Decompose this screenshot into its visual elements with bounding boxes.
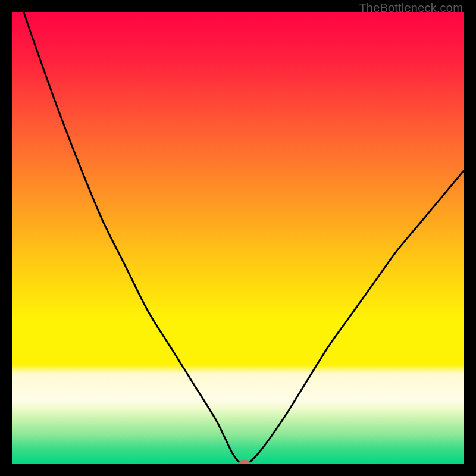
curve-layer: [12, 12, 464, 464]
minimum-marker: [239, 460, 250, 464]
plot-area: [12, 12, 464, 464]
chart-frame: { "watermark": "TheBottleneck.com", "cha…: [0, 0, 476, 476]
bottleneck-curve: [24, 12, 464, 464]
